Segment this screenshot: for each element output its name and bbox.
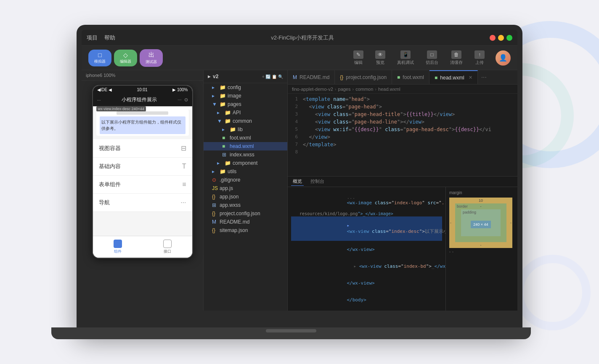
margin-left-val: -: [450, 221, 451, 225]
filetree-lib[interactable]: ▸ 📁 lib: [204, 125, 287, 134]
simulator-button[interactable]: □ 模拟器: [88, 50, 111, 66]
filetree-common[interactable]: ▼ 📁 common: [204, 117, 287, 125]
preview-label: 预览: [376, 60, 384, 66]
filetree-component-label: component: [233, 160, 257, 166]
action-background[interactable]: □ 切后台: [421, 49, 443, 67]
filetree-index-wxss-label: index.wxss: [230, 152, 254, 158]
filetree-utils[interactable]: ▸ 📁 utils: [204, 167, 287, 176]
filetree-readme[interactable]: M README.md: [204, 218, 287, 226]
editor-breadcrumb: fino-applet-demo-v2 › pages › common › h…: [288, 84, 517, 94]
editor-icon: ◇: [123, 52, 128, 58]
menu-help[interactable]: 帮助: [104, 34, 115, 42]
line-content-4: <view class="page-head-line"></view>: [303, 118, 517, 126]
filetree-app-wxss-label: app.wxss: [220, 202, 241, 208]
filetree-pages[interactable]: ▼ 📁 pages: [204, 100, 287, 108]
filetree-foot-wxml[interactable]: ■ foot.wxml: [204, 134, 287, 142]
phone-list-item-1[interactable]: 视图容器 ⊟: [93, 139, 192, 158]
breadcrumb-pages: pages: [338, 87, 351, 92]
project-config-tab-label: project.config.json: [346, 74, 387, 80]
readme-tab-icon: M: [293, 74, 297, 80]
action-preview[interactable]: 👁 预览: [371, 49, 390, 67]
phone-nav-api[interactable]: 接口: [143, 236, 192, 258]
filetree-index-wxss[interactable]: ⊞ index.wxss: [204, 150, 287, 159]
json-icon-sitemap: {}: [212, 227, 218, 233]
components-nav-icon: [114, 240, 122, 248]
filetree-app-json[interactable]: {} app.json: [204, 193, 287, 201]
filetree-api[interactable]: ▸ 📁 API: [204, 108, 287, 117]
tab-project-config[interactable]: {} project.config.json: [335, 70, 392, 84]
folder-expand-icon-api: ▸: [217, 110, 223, 116]
html-line-7: </html>: [291, 309, 442, 311]
wxml-icon-foot: ■: [222, 135, 228, 141]
devtools-tab-console[interactable]: 控制台: [309, 177, 326, 186]
phone-highlight-text: 以下展示小程序官方组件能力，组件样式仅供参考。: [100, 116, 186, 134]
phone-list-label-4: 导航: [99, 199, 110, 206]
phone-nav-components[interactable]: 组件: [93, 236, 143, 258]
filetree-readme-label: README.md: [220, 219, 249, 225]
filetree-app-js-label: app.js: [220, 185, 233, 191]
line-num-7: 7: [288, 141, 303, 148]
devtools-tab-overview[interactable]: 概览: [291, 177, 304, 186]
tab-head-wxml[interactable]: ■ head.wxml ✕: [429, 70, 478, 84]
phone-highlight-box: wx-view.index-desc 240×44 以下展示小程序官方组件能力，…: [96, 110, 189, 136]
border-top-val: -: [480, 204, 482, 208]
simulator-icon: □: [98, 52, 101, 58]
menu-project[interactable]: 项目: [87, 34, 98, 42]
minimize-btn[interactable]: [498, 35, 504, 41]
tester-button[interactable]: 出 测试器: [140, 49, 163, 67]
content-box: 240 × 44: [471, 221, 490, 228]
filetree-component[interactable]: ▸ 📁 component: [204, 159, 287, 167]
folder-expand-icon-lib: ▸: [222, 127, 228, 132]
border-label: border: [457, 204, 468, 208]
project-config-tab-icon: {}: [340, 74, 343, 80]
tab-foot-wxml[interactable]: ■ foot.wxml: [392, 70, 429, 84]
filetree-foot-wxml-label: foot.wxml: [230, 135, 251, 141]
filetree-project-config[interactable]: {} project.config.json: [204, 209, 287, 218]
filetree-image[interactable]: ▸ 📁 image: [204, 92, 287, 100]
html-line-2[interactable]: ▸ <wx-view class="index-desc">以下展示小程序官方组…: [291, 216, 442, 241]
devtools-left: ... <wx-image class="index-logo" src="..…: [288, 187, 446, 311]
filetree-app-wxss[interactable]: ⊞ app.wxss: [204, 201, 287, 209]
filetree-gitignore[interactable]: ⊙ .gitignore: [204, 176, 287, 184]
action-upload[interactable]: ↑ 上传: [470, 49, 489, 67]
phone-bottom-nav: 组件 接口: [93, 236, 192, 258]
filetree-app-js[interactable]: JS app.js: [204, 184, 287, 193]
phone-list-item-4[interactable]: 导航 ···: [93, 194, 192, 212]
filetree-pages-label: pages: [228, 101, 241, 107]
head-tab-close[interactable]: ✕: [469, 75, 472, 80]
phone-app-icons: ··· ⊙: [178, 97, 188, 103]
filetree-config[interactable]: ▸ 📁 config: [204, 83, 287, 92]
folder-expand-icon: ▸: [212, 84, 218, 90]
action-debug[interactable]: 📱 真机调试: [393, 49, 418, 67]
components-nav-label: 组件: [114, 249, 122, 254]
action-edit[interactable]: ✎ 编辑: [349, 49, 368, 67]
line-content-8: [303, 148, 517, 156]
line-content-1: <template name="head">: [303, 95, 517, 103]
maximize-btn[interactable]: [506, 35, 512, 41]
phone-app-title: 小程序组件展示: [101, 96, 178, 103]
phone-list-item-3[interactable]: 表单组件 ≡: [93, 176, 192, 194]
html-line-4: ▸ <wx-view class="index-bd">_</wx-view>: [291, 258, 442, 274]
phone-panel: iphone6 100% ◀IDE ◀ 10:01 ▶ 100% ··· 小程序…: [82, 70, 204, 311]
upload-label: 上传: [475, 60, 484, 66]
box-model-panel: margin 10 - - -: [446, 187, 517, 311]
more-tabs-button[interactable]: ···: [478, 74, 490, 81]
phone-list-item-2[interactable]: 基础内容 T: [93, 158, 192, 176]
close-btn[interactable]: [490, 35, 496, 41]
filetree-sitemap[interactable]: {} sitemap.json: [204, 226, 287, 235]
action-cache[interactable]: 🗑 清缓存: [446, 49, 467, 67]
phone-frame: ◀IDE ◀ 10:01 ▶ 100% ··· 小程序组件展示 ··· ⊙: [82, 81, 203, 311]
titlebar-menu: 项目 帮助: [87, 34, 115, 42]
folder-icon: 📁: [220, 84, 226, 90]
box-model-visual: 10 - - - border -: [449, 198, 512, 248]
filetree-sitemap-label: sitemap.json: [220, 227, 248, 233]
tab-readme[interactable]: M README.md: [288, 70, 335, 84]
phone-list-icon-1: ⊟: [181, 144, 186, 152]
phone-placeholder-bar: [117, 111, 168, 115]
debug-icon: 📱: [400, 50, 411, 59]
code-area[interactable]: 1 <template name="head"> 2 <view class="…: [288, 94, 517, 176]
filetree-head-wxml[interactable]: ■ head.wxml: [204, 142, 287, 150]
editor-button[interactable]: ◇ 编辑器: [114, 50, 137, 66]
folder-expand-icon-comp: ▸: [217, 160, 223, 166]
user-avatar[interactable]: 👤: [496, 50, 511, 66]
